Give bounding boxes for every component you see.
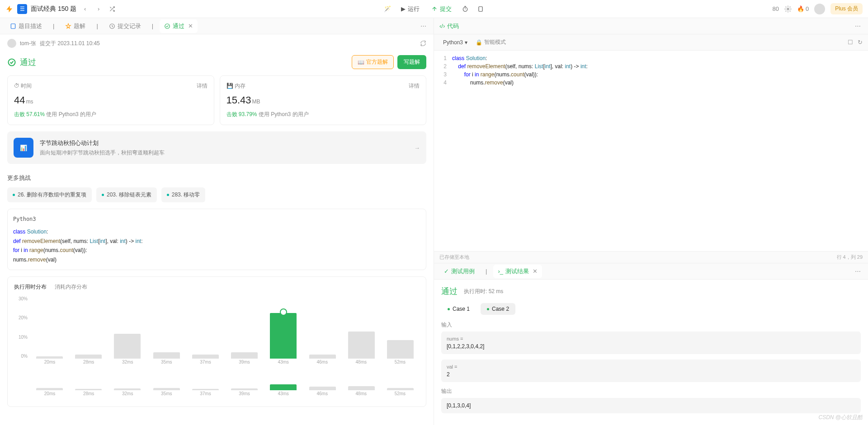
tab-solution[interactable]: 题解 [61, 19, 90, 33]
left-panel: 题目描述 | 题解 | 提交记录 | 通过✕ ⋯ tom-张 提交于 2023.… [0, 18, 434, 425]
pass-title: 通过 [7, 57, 36, 68]
more-icon[interactable]: ⋯ [419, 21, 428, 31]
shuffle-button[interactable] [107, 4, 117, 14]
more-challenges-title: 更多挑战 [0, 170, 434, 186]
right-actions: 80 🔥0 Plus 会员 [773, 3, 863, 14]
input-nums: nums = [0,1,2,2,3,0,4,2] [441, 332, 861, 354]
left-tabs: 题目描述 | 题解 | 提交记录 | 通过✕ ⋯ [0, 18, 434, 34]
left-content: tom-张 提交于 2023.11.01 10:45 通过 📖 官方题解 写题解… [0, 34, 434, 425]
code-preview: Python3 class Solution: def removeElemen… [7, 209, 426, 270]
case-1[interactable]: Case 1 [441, 303, 476, 315]
output-box: [0,1,3,0,4] [441, 398, 861, 413]
metrics: ⏱ 时间详情 44ms 击败 57.61% 使用 Python3 的用户 💾 内… [0, 75, 434, 125]
results-panel: ✓ 测试用例 | ›_ 测试结果✕ ⋯ 通过 执行用时: 52 ms Case … [434, 263, 868, 425]
right-panel: ‹/› 代码 ⋯ Python3 ▾ 🔒 智能模式 ☐ ↻ 1class Sol… [434, 18, 868, 425]
watermark: CSDN @心软且酷 [818, 414, 863, 421]
count-label: 80 [773, 5, 779, 12]
promo-icon: 📊 [14, 138, 33, 158]
bookmark-icon[interactable]: ☐ [848, 39, 853, 46]
notes-button[interactable] [474, 3, 487, 15]
official-solution-button[interactable]: 📖 官方题解 [352, 55, 394, 69]
tab-result[interactable]: ›_ 测试结果✕ [493, 265, 542, 278]
tab-description[interactable]: 题目描述 [5, 19, 47, 33]
close-icon[interactable]: ✕ [188, 23, 193, 29]
streak: 🔥0 [797, 5, 809, 12]
code-tab[interactable]: ‹/› 代码 [439, 22, 459, 30]
problem-list-icon[interactable]: ☰ [17, 4, 27, 14]
result-runtime: 执行用时: 52 ms [464, 288, 503, 295]
time-metric[interactable]: ⏱ 时间详情 44ms 击败 57.61% 使用 Python3 的用户 [7, 75, 214, 125]
prev-button[interactable]: ‹ [80, 4, 90, 14]
author-name: tom-张 [20, 40, 36, 47]
svg-rect-3 [11, 23, 15, 28]
refresh-icon[interactable] [420, 40, 426, 47]
timer-button[interactable] [459, 3, 472, 15]
write-solution-button[interactable]: 写题解 [397, 55, 426, 69]
author-avatar [7, 39, 16, 48]
next-button[interactable]: › [94, 4, 104, 14]
tab-pass[interactable]: 通过✕ [160, 19, 198, 33]
tab-testcase[interactable]: ✓ 测试用例 [439, 265, 479, 278]
challenges: 26. 删除有序数组中的重复项 203. 移除链表元素 283. 移动零 [0, 186, 434, 209]
svg-point-5 [165, 23, 170, 28]
settings-icon[interactable] [784, 5, 792, 13]
debug-button[interactable]: 🪄 [381, 3, 394, 15]
author-row: tom-张 提交于 2023.11.01 10:45 [0, 34, 434, 52]
page-title: 面试经典 150 题 [31, 5, 76, 13]
run-button[interactable]: ▶ 运行 [396, 3, 424, 15]
chart-tab-memory[interactable]: 消耗内存分布 [55, 283, 87, 291]
result-status-label: 通过 [441, 286, 458, 297]
submit-button[interactable]: 提交 [427, 3, 456, 15]
smart-mode[interactable]: 🔒 智能模式 [476, 38, 506, 46]
svg-point-0 [463, 7, 467, 11]
case-2[interactable]: Case 2 [481, 303, 515, 315]
editor-status: 已存储至本地 行 4，列 29 [434, 251, 868, 263]
input-val: val = 2 [441, 360, 861, 382]
plus-badge[interactable]: Plus 会员 [830, 3, 863, 14]
pass-header: 通过 📖 官方题解 写题解 [0, 52, 434, 75]
challenge-item[interactable]: 283. 移动零 [161, 187, 206, 202]
test-cases: Case 1 Case 2 [441, 303, 861, 315]
challenge-item[interactable]: 203. 移除链表元素 [96, 187, 157, 202]
topbar: ☰ 面试经典 150 题 ‹ › 🪄 ▶ 运行 提交 80 🔥0 Plus 会员 [0, 0, 868, 18]
memory-metric[interactable]: 💾 内存详情 15.43MB 击败 93.79% 使用 Python3 的用户 [220, 75, 427, 125]
challenge-item[interactable]: 26. 删除有序数组中的重复项 [7, 187, 92, 202]
chart-tab-runtime[interactable]: 执行用时分布 [14, 283, 47, 291]
chevron-right-icon: → [414, 145, 420, 151]
runtime-chart: 执行用时分布 消耗内存分布 30%20%10%0% 20ms28ms32ms35… [7, 276, 426, 407]
editor-toolbar: Python3 ▾ 🔒 智能模式 ☐ ↻ [434, 34, 868, 51]
center-actions: 🪄 ▶ 运行 提交 [381, 3, 487, 15]
avatar[interactable] [814, 4, 825, 14]
result-tabs: ✓ 测试用例 | ›_ 测试结果✕ ⋯ [434, 263, 868, 280]
result-content: 通过 执行用时: 52 ms Case 1 Case 2 输入 nums = [… [434, 280, 868, 425]
more-icon[interactable]: ⋯ [853, 266, 863, 276]
reset-icon[interactable]: ↻ [858, 39, 863, 46]
code-header: ‹/› 代码 ⋯ [434, 18, 868, 34]
tab-submissions[interactable]: 提交记录 [104, 19, 146, 33]
more-icon[interactable]: ⋯ [853, 21, 863, 31]
close-icon[interactable]: ✕ [533, 268, 538, 275]
code-editor[interactable]: 1class Solution:2 def removeElement(self… [434, 51, 868, 251]
svg-rect-1 [479, 6, 482, 11]
author-meta: 提交于 2023.11.01 10:45 [40, 40, 100, 47]
svg-point-2 [787, 8, 789, 10]
promo-card[interactable]: 📊 字节跳动秋招心动计划 面向短期冲刺字节跳动秋招选手，秋招弯道顺利超车 → [7, 131, 426, 164]
logo-icon [5, 5, 14, 13]
language-select[interactable]: Python3 ▾ [439, 37, 471, 47]
